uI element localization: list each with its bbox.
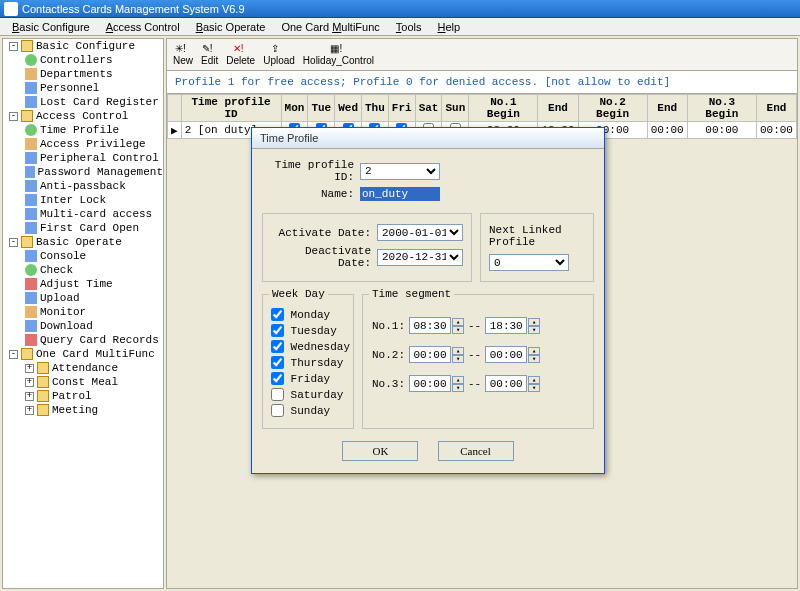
tree-node[interactable]: -Basic Operate [3, 235, 163, 249]
activate-date-select[interactable]: 2000-01-01 [377, 224, 463, 241]
weekday-checkbox[interactable] [271, 356, 284, 369]
time-input[interactable] [485, 375, 527, 392]
tree-node[interactable]: Monitor [3, 305, 163, 319]
collapse-icon[interactable]: - [9, 350, 18, 359]
spin-down-icon[interactable]: ▾ [452, 326, 464, 334]
expand-icon[interactable]: + [25, 364, 34, 373]
menu-basic-configure[interactable]: Basic Configure [4, 19, 98, 35]
tree-label: Multi-card access [40, 207, 152, 221]
weekday-checkbox[interactable] [271, 388, 284, 401]
expand-icon[interactable]: + [25, 406, 34, 415]
menu-basic-operate[interactable]: Basic Operate [188, 19, 274, 35]
cancel-button[interactable]: Cancel [438, 441, 514, 461]
time-input[interactable] [409, 317, 451, 334]
column-header[interactable]: Tue [308, 95, 335, 122]
tree-node[interactable]: Lost Card Register [3, 95, 163, 109]
collapse-icon[interactable]: - [9, 238, 18, 247]
navigation-tree[interactable]: -Basic ConfigureControllersDepartmentsPe… [2, 38, 164, 589]
column-header[interactable]: Wed [335, 95, 362, 122]
grid-cell[interactable]: ▶ [168, 122, 182, 139]
tree-node[interactable]: Download [3, 319, 163, 333]
tree-node[interactable]: Access Privilege [3, 137, 163, 151]
spin-down-icon[interactable]: ▾ [528, 384, 540, 392]
tree-node[interactable]: Check [3, 263, 163, 277]
tree-node[interactable]: Password Management [3, 165, 163, 179]
tree-node[interactable]: +Attendance [3, 361, 163, 375]
linked-profile-select[interactable]: 0 [489, 254, 569, 271]
spin-down-icon[interactable]: ▾ [528, 355, 540, 363]
expand-icon[interactable]: + [25, 392, 34, 401]
column-header[interactable]: No.3 Begin [687, 95, 756, 122]
spin-up-icon[interactable]: ▴ [452, 318, 464, 326]
tree-node[interactable]: -One Card MultiFunc [3, 347, 163, 361]
tree-node[interactable]: Multi-card access [3, 207, 163, 221]
spin-up-icon[interactable]: ▴ [452, 376, 464, 384]
collapse-icon[interactable]: - [9, 42, 18, 51]
column-header[interactable]: Thu [362, 95, 389, 122]
weekday-checkbox[interactable] [271, 324, 284, 337]
column-header[interactable]: End [538, 95, 578, 122]
weekday-checkbox[interactable] [271, 308, 284, 321]
tree-node[interactable]: Query Card Records [3, 333, 163, 347]
column-header[interactable]: Sun [442, 95, 469, 122]
deactivate-date-select[interactable]: 2020-12-31 [377, 249, 463, 266]
spin-up-icon[interactable]: ▴ [528, 318, 540, 326]
collapse-icon[interactable]: - [9, 112, 18, 121]
weekday-label: Thursday [291, 357, 344, 369]
column-header[interactable]: Fri [388, 95, 415, 122]
spin-up-icon[interactable]: ▴ [528, 376, 540, 384]
tree-node[interactable]: +Const Meal [3, 375, 163, 389]
weekday-checkbox[interactable] [271, 372, 284, 385]
column-header[interactable]: End [756, 95, 796, 122]
column-header[interactable]: Time profile ID [181, 95, 281, 122]
tree-node[interactable]: +Patrol [3, 389, 163, 403]
grid-cell[interactable]: 00:00 [647, 122, 687, 139]
spin-down-icon[interactable]: ▾ [452, 355, 464, 363]
tree-node[interactable]: Adjust Time [3, 277, 163, 291]
grid-cell[interactable]: 00:00 [687, 122, 756, 139]
time-input[interactable] [409, 346, 451, 363]
weekday-checkbox[interactable] [271, 404, 284, 417]
tree-node[interactable]: -Access Control [3, 109, 163, 123]
menu-help[interactable]: Help [430, 19, 469, 35]
tree-node[interactable]: Anti-passback [3, 179, 163, 193]
expand-icon[interactable]: + [25, 378, 34, 387]
toolbar-holiday-control[interactable]: ▦!Holiday_Control [303, 43, 374, 66]
tree-node[interactable]: Departments [3, 67, 163, 81]
tree-node[interactable]: Console [3, 249, 163, 263]
time-input[interactable] [485, 317, 527, 334]
tree-node[interactable]: Upload [3, 291, 163, 305]
toolbar-delete[interactable]: ✕!Delete [226, 43, 255, 66]
column-header[interactable]: No.2 Begin [578, 95, 647, 122]
menu-one-card-multifunc[interactable]: One Card MultiFunc [273, 19, 387, 35]
spin-down-icon[interactable]: ▾ [528, 326, 540, 334]
time-input[interactable] [485, 346, 527, 363]
weekday-checkbox[interactable] [271, 340, 284, 353]
spin-up-icon[interactable]: ▴ [452, 347, 464, 355]
toolbar-edit[interactable]: ✎!Edit [201, 43, 218, 66]
column-header[interactable]: Mon [281, 95, 308, 122]
tree-node[interactable]: Inter Lock [3, 193, 163, 207]
column-header[interactable]: No.1 Begin [469, 95, 538, 122]
menu-access-control[interactable]: Access Control [98, 19, 188, 35]
tree-node[interactable]: Time Profile [3, 123, 163, 137]
ok-button[interactable]: OK [342, 441, 418, 461]
tree-node[interactable]: -Basic Configure [3, 39, 163, 53]
tree-node[interactable]: First Card Open [3, 221, 163, 235]
time-input[interactable] [409, 375, 451, 392]
profile-id-select[interactable]: 2 [360, 163, 440, 180]
spin-down-icon[interactable]: ▾ [452, 384, 464, 392]
menu-tools[interactable]: Tools [388, 19, 430, 35]
spin-up-icon[interactable]: ▴ [528, 347, 540, 355]
tree-node[interactable]: Controllers [3, 53, 163, 67]
column-header[interactable] [168, 95, 182, 122]
toolbar-new[interactable]: ✳!New [173, 43, 193, 66]
grid-cell[interactable]: 00:00 [756, 122, 796, 139]
tree-node[interactable]: Peripheral Control [3, 151, 163, 165]
tree-node[interactable]: Personnel [3, 81, 163, 95]
column-header[interactable]: Sat [415, 95, 442, 122]
column-header[interactable]: End [647, 95, 687, 122]
toolbar-upload[interactable]: ⇪Upload [263, 43, 295, 66]
tree-node[interactable]: +Meeting [3, 403, 163, 417]
name-input[interactable]: on_duty [360, 187, 440, 201]
